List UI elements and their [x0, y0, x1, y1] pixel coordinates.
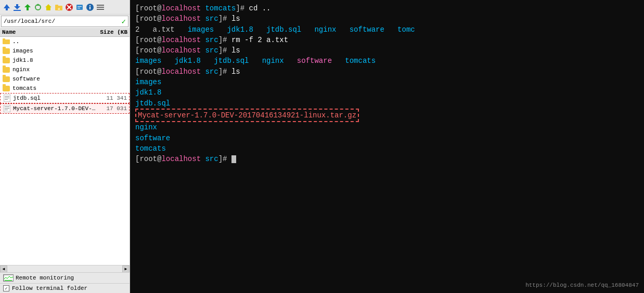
file-list-header: Name Size (KB [0, 28, 130, 37]
home-icon[interactable] [44, 3, 53, 12]
terminal-line-2: [root@localhost src]# ls [135, 14, 639, 24]
svg-rect-34 [5, 108, 9, 109]
svg-rect-22 [89, 5, 91, 6]
terminal-line-tomcats: tomcats [135, 143, 639, 154]
file-item-up[interactable]: .. [0, 37, 130, 46]
column-size: Size (KB [91, 29, 127, 35]
file-jtdb-icon [3, 94, 11, 102]
terminal-line-10: jtdb.sql [135, 98, 639, 109]
terminal-line-6: images jdk1.8 jtdb.sql nginx software to… [135, 56, 639, 66]
scroll-left-button[interactable]: ◀ [0, 265, 7, 273]
file-item-tomcats[interactable]: tomcats [0, 84, 130, 93]
svg-rect-3 [16, 4, 18, 7]
terminal-panel[interactable]: [root@localhost tomcats]# cd .. [root@lo… [130, 0, 644, 293]
file-name-software: software [12, 76, 99, 82]
scroll-track[interactable] [8, 267, 122, 271]
file-size-jtdb: 11 341 [98, 95, 127, 101]
terminal-line-3: 2 a.txt images jdk1.8 jtdb.sql nginx sof… [135, 24, 639, 35]
file-name-jdk: jdk1.8 [12, 57, 99, 63]
svg-rect-6 [27, 7, 29, 10]
mycat-filename-highlight: Mycat-server-1.7.0-DEV-20170416134921-li… [135, 109, 359, 122]
svg-marker-9 [45, 4, 51, 10]
svg-rect-18 [78, 6, 82, 7]
svg-rect-1 [6, 8, 8, 10]
folder-nginx-icon [2, 65, 10, 74]
toolbar [0, 0, 130, 15]
column-name: Name [2, 29, 91, 35]
svg-rect-13 [58, 9, 60, 9]
terminal-line-mycat: Mycat-server-1.7.0-DEV-20170416134921-li… [135, 109, 639, 122]
terminal-line-last: [root@localhost src]# [135, 154, 639, 164]
svg-rect-25 [97, 9, 104, 10]
watermark: https://blog.csdn.net/qq_16804847 [525, 282, 639, 290]
file-name-jtdb: jtdb.sql [13, 95, 98, 101]
delete-icon[interactable] [65, 3, 74, 12]
file-name-images: images [12, 48, 99, 54]
file-name-up: .. [12, 38, 99, 45]
svg-marker-5 [24, 4, 31, 7]
folder-up-icon [2, 37, 10, 46]
address-bar[interactable]: /usr/local/src/ ✓ [1, 16, 128, 27]
svg-rect-35 [5, 110, 8, 110]
svg-rect-17 [76, 5, 83, 10]
prompt-1: [root@localhost tomcats]# [135, 4, 249, 12]
svg-rect-30 [5, 98, 9, 98]
svg-rect-37 [8, 281, 10, 282]
info-icon[interactable] [85, 3, 95, 12]
folder-software-icon [2, 75, 10, 83]
download-icon[interactable] [12, 3, 22, 12]
settings-icon[interactable] [96, 3, 105, 12]
terminal-line-1: [root@localhost tomcats]# cd .. [135, 3, 639, 14]
terminal-line-software: software [135, 133, 639, 143]
terminal-line-9: jdk1.8 [135, 87, 639, 98]
follow-terminal-checkbox[interactable]: ✓ [3, 285, 9, 291]
file-name-tomcats: tomcats [12, 85, 99, 91]
file-item-mycat[interactable]: Mycat-server-1.7.0-DEV-2017... 17 031 [0, 103, 130, 114]
terminal-line-7: [root@localhost src]# ls [135, 66, 639, 77]
file-list: .. images jdk1.8 nginx [0, 37, 130, 265]
svg-rect-11 [55, 5, 58, 6]
svg-rect-27 [3, 38, 5, 40]
folder-jdk-icon [2, 56, 10, 64]
svg-rect-31 [5, 99, 8, 100]
terminal-line-nginx: nginx [135, 122, 639, 132]
refresh-icon[interactable] [33, 3, 43, 12]
horizontal-scrollbar[interactable]: ◀ ▶ [0, 265, 130, 272]
file-size-mycat: 17 031 [98, 105, 127, 112]
rename-icon[interactable] [75, 3, 84, 12]
new-folder-icon[interactable] [54, 3, 63, 12]
file-item-jdk[interactable]: jdk1.8 [0, 56, 130, 65]
folder-images-icon [2, 47, 10, 55]
address-check-icon: ✓ [122, 17, 126, 26]
terminal-cursor [231, 155, 236, 163]
remote-monitoring-row[interactable]: Remote monitoring [0, 273, 130, 284]
svg-rect-21 [89, 7, 91, 9]
file-name-mycat: Mycat-server-1.7.0-DEV-2017... [13, 105, 98, 112]
file-item-nginx[interactable]: nginx [0, 65, 130, 74]
file-mycat-icon [3, 104, 11, 113]
monitor-icon [3, 274, 14, 282]
svg-marker-0 [4, 4, 10, 8]
file-item-images[interactable]: images [0, 46, 130, 56]
address-path: /usr/local/src/ [4, 18, 122, 24]
file-manager-panel: /usr/local/src/ ✓ Name Size (KB .. image… [0, 0, 130, 293]
scroll-right-button[interactable]: ▶ [122, 265, 130, 273]
file-name-nginx: nginx [12, 66, 99, 73]
terminal-line-8: images [135, 77, 639, 87]
svg-rect-33 [5, 106, 9, 107]
svg-rect-24 [97, 7, 104, 8]
up-icon[interactable] [2, 3, 11, 12]
svg-rect-4 [14, 10, 21, 11]
follow-terminal-row[interactable]: ✓ Follow terminal folder [0, 284, 130, 293]
go-up-icon[interactable] [23, 3, 32, 12]
bottom-bar: Remote monitoring ✓ Follow terminal fold… [0, 272, 130, 293]
terminal-line-5: [root@localhost src]# ls [135, 45, 639, 56]
svg-rect-23 [97, 5, 104, 6]
svg-rect-26 [3, 39, 10, 44]
file-item-jtdb[interactable]: jtdb.sql 11 341 [0, 93, 130, 103]
file-item-software[interactable]: software [0, 74, 130, 84]
folder-tomcats-icon [2, 84, 10, 92]
follow-terminal-label: Follow terminal folder [12, 285, 87, 291]
svg-rect-19 [78, 8, 80, 8]
remote-monitoring-label: Remote monitoring [16, 275, 74, 281]
